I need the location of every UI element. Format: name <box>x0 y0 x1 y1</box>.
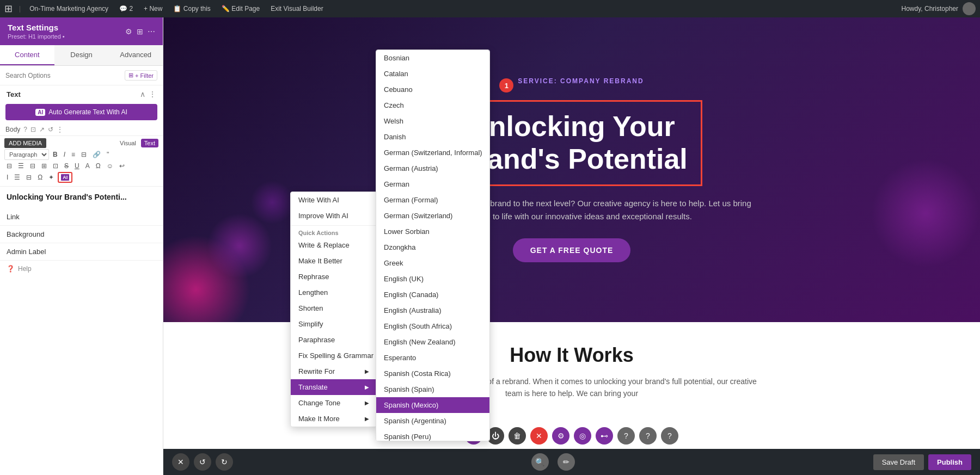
lang-german-austria[interactable]: German (Austria) <box>376 161 489 176</box>
lang-welsh[interactable]: Welsh <box>376 113 489 129</box>
tab-design[interactable]: Design <box>54 45 109 65</box>
new-button[interactable]: + New <box>142 5 164 13</box>
lang-spanish-costa-rica[interactable]: Spanish (Costa Rica) <box>376 366 489 381</box>
lang-english-south-africa[interactable]: English (South Africa) <box>376 318 489 334</box>
quote-btn[interactable]: " <box>105 150 111 159</box>
undo-arrow-btn[interactable]: ↩ <box>117 161 127 171</box>
body-copy-icon[interactable]: ⊡ <box>30 126 36 133</box>
comment-count[interactable]: 💬 2 <box>117 5 135 13</box>
editor-preview[interactable]: Unlocking Your Brand's Potenti... <box>0 187 163 208</box>
color-btn[interactable]: A <box>83 161 92 171</box>
tab-content[interactable]: Content <box>0 45 54 65</box>
action-trash-icon[interactable]: 🗑 <box>509 427 526 445</box>
bottom-search-icon[interactable]: 🔍 <box>531 453 549 471</box>
action-help-icon[interactable]: ? <box>639 427 657 445</box>
body-undo-icon[interactable]: ↺ <box>48 126 53 133</box>
ul-btn[interactable]: ≡ <box>69 150 77 159</box>
bottom-close-icon[interactable]: ✕ <box>172 453 189 471</box>
bold-btn[interactable]: B <box>51 150 60 159</box>
link-btn[interactable]: 🔗 <box>90 150 103 159</box>
collapse-icon[interactable]: ∧ <box>140 90 145 98</box>
format-btn1[interactable]: I <box>4 172 10 182</box>
ctx-shorten[interactable]: Shorten <box>291 300 377 316</box>
layout-icon[interactable]: ⊞ <box>137 27 143 36</box>
lang-german-swiss[interactable]: German (Switzerland) <box>376 208 489 224</box>
format-btn5[interactable]: ✦ <box>46 172 56 182</box>
hero-cta-button[interactable]: GET A FREE QUOTE <box>513 238 631 262</box>
search-input[interactable] <box>5 72 121 79</box>
edit-page[interactable]: ✏️ Edit Page <box>219 5 262 13</box>
action-circle-icon[interactable]: ◎ <box>574 427 591 445</box>
more-btn[interactable]: ⊡ <box>51 161 60 171</box>
align-left-btn[interactable]: ⊟ <box>4 161 14 171</box>
ctx-write-replace[interactable]: Write & Replace <box>291 237 377 253</box>
save-draft-button[interactable]: Save Draft <box>873 454 924 470</box>
lang-german[interactable]: German <box>376 176 489 192</box>
ctx-fix-spelling[interactable]: Fix Spelling & Grammar <box>291 348 377 363</box>
body-cursor-icon[interactable]: ↗ <box>39 126 45 133</box>
lang-cebuano[interactable]: Cebuano <box>376 82 489 97</box>
lang-german-formal[interactable]: German (Formal) <box>376 192 489 208</box>
bottom-edit-icon[interactable]: ✏ <box>558 453 575 471</box>
more-icon[interactable]: ⋯ <box>148 27 155 36</box>
ai-generate-button[interactable]: AI Auto Generate Text With AI <box>5 104 157 120</box>
lang-german-swiss-informal[interactable]: German (Switzerland, Informal) <box>376 145 489 161</box>
section-more-icon[interactable]: ⋮ <box>149 90 156 98</box>
action-close-icon[interactable]: ✕ <box>530 427 548 445</box>
ctx-paraphrase[interactable]: Paraphrase <box>291 332 377 348</box>
lang-spanish-spain[interactable]: Spanish (Spain) <box>376 381 489 397</box>
lang-english-new-zealand[interactable]: English (New Zealand) <box>376 334 489 350</box>
lang-catalan[interactable]: Catalan <box>376 66 489 82</box>
special-btn[interactable]: Ω <box>94 161 103 171</box>
ctx-improve-with-ai[interactable]: Improve With AI <box>291 208 377 224</box>
lang-bosnian[interactable]: Bosnian <box>376 50 489 66</box>
action-question-icon[interactable]: ? <box>661 427 678 445</box>
text-view-btn[interactable]: Text <box>141 139 158 147</box>
exit-visual-builder[interactable]: Exit Visual Builder <box>268 5 326 13</box>
lang-esperanto[interactable]: Esperanto <box>376 350 489 366</box>
emoji-btn[interactable]: ☺ <box>105 161 115 171</box>
visual-view-btn[interactable]: Visual <box>117 139 139 147</box>
ctx-lengthen[interactable]: Lengthen <box>291 285 377 300</box>
lang-english-canada[interactable]: English (Canada) <box>376 287 489 303</box>
publish-button[interactable]: Publish <box>928 454 971 470</box>
tab-advanced[interactable]: Advanced <box>108 45 163 65</box>
lang-spanish-peru[interactable]: Spanish (Peru) <box>376 429 489 441</box>
lang-english-australia[interactable]: English (Australia) <box>376 303 489 318</box>
ctx-translate[interactable]: Translate ▶ <box>291 379 377 395</box>
bottom-undo-icon[interactable]: ↺ <box>194 453 211 471</box>
filter-button[interactable]: ⊞ + Filter <box>125 70 157 81</box>
lang-lower-sorbian[interactable]: Lower Sorbian <box>376 224 489 239</box>
bottom-redo-icon[interactable]: ↻ <box>216 453 233 471</box>
lang-english-uk[interactable]: English (UK) <box>376 271 489 287</box>
wp-logo-icon[interactable]: ⊞ <box>4 3 13 15</box>
lang-spanish-argentina[interactable]: Spanish (Argentina) <box>376 413 489 429</box>
italic-btn[interactable]: I <box>62 150 68 159</box>
site-name[interactable]: On-Time Marketing Agency <box>27 5 111 13</box>
lang-czech[interactable]: Czech <box>376 97 489 113</box>
lang-danish[interactable]: Danish <box>376 129 489 145</box>
strikethrough-btn[interactable]: S <box>62 161 71 171</box>
format-btn4[interactable]: Ω <box>35 172 45 182</box>
ctx-make-better[interactable]: Make It Better <box>291 253 377 269</box>
format-btn2[interactable]: ☰ <box>12 172 22 182</box>
lang-dzongkha[interactable]: Dzongkha <box>376 239 489 255</box>
underline-btn[interactable]: U <box>72 161 82 171</box>
lang-greek[interactable]: Greek <box>376 255 489 271</box>
ol-btn[interactable]: ⊟ <box>79 150 89 159</box>
paragraph-select[interactable]: Paragraph <box>4 149 49 160</box>
help-row[interactable]: ❓ Help <box>0 261 163 277</box>
format-btn3[interactable]: ⊟ <box>24 172 34 182</box>
ctx-rewrite-for[interactable]: Rewrite For ▶ <box>291 363 377 379</box>
ctx-simplify[interactable]: Simplify <box>291 316 377 332</box>
add-media-button[interactable]: ADD MEDIA <box>4 138 46 148</box>
table-btn[interactable]: ⊞ <box>39 161 49 171</box>
ctx-make-it-more[interactable]: Make It More ▶ <box>291 411 377 427</box>
action-settings-icon[interactable]: ⚙ <box>552 427 569 445</box>
ctx-rephrase[interactable]: Rephrase <box>291 269 377 285</box>
align-center-btn[interactable]: ☰ <box>16 161 26 171</box>
settings-icon[interactable]: ⚙ <box>125 27 132 36</box>
align-right-btn[interactable]: ⊟ <box>28 161 38 171</box>
body-more-icon[interactable]: ⋮ <box>57 126 63 133</box>
ctx-write-with-ai[interactable]: Write With AI <box>291 192 377 208</box>
